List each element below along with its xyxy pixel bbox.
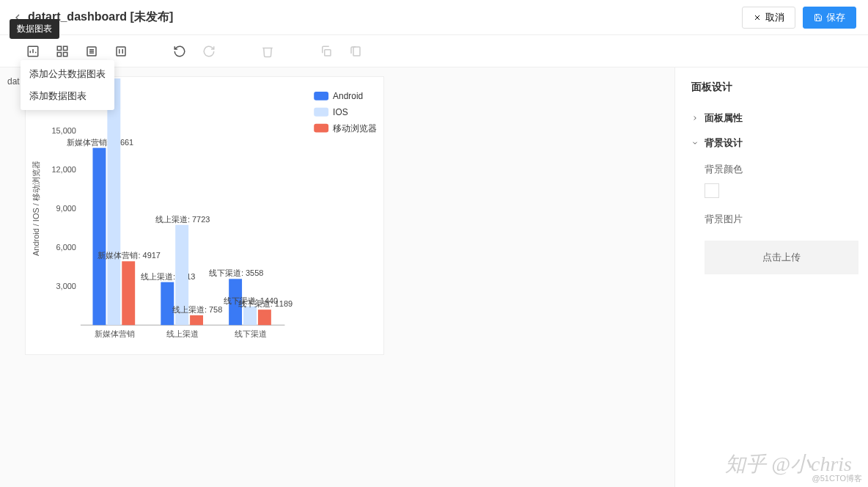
- svg-rect-26: [107, 78, 120, 325]
- trash-icon[interactable]: [261, 45, 274, 58]
- svg-rect-14: [325, 49, 331, 55]
- svg-rect-15: [353, 47, 360, 56]
- svg-text:移动浏览器: 移动浏览器: [333, 123, 377, 133]
- svg-text:新媒体营销: 4917: 新媒体营销: 4917: [98, 251, 160, 260]
- svg-rect-47: [314, 108, 328, 117]
- section-bg[interactable]: 背景设计: [691, 131, 852, 155]
- main: dat Android / IOS / 移动浏览器3,0006,0009,000…: [0, 67, 868, 487]
- chevron-down-icon: [691, 138, 699, 149]
- chevron-right-icon: [691, 113, 699, 124]
- paste-icon[interactable]: [349, 45, 362, 58]
- svg-rect-31: [161, 282, 174, 326]
- svg-text:线上渠道: 线上渠道: [166, 329, 199, 338]
- svg-rect-6: [64, 52, 67, 56]
- svg-rect-4: [64, 46, 67, 50]
- svg-text:线下渠道: 线下渠道: [235, 329, 267, 338]
- chart-icon[interactable]: [26, 45, 40, 58]
- svg-text:15,000: 15,000: [51, 126, 76, 135]
- slider-icon[interactable]: [114, 45, 128, 58]
- footer-handle: @51CTO博客: [812, 473, 862, 484]
- copy-icon[interactable]: [320, 45, 333, 58]
- tooltip-chart: 数据图表: [10, 19, 59, 39]
- bg-color-swatch[interactable]: [705, 183, 719, 198]
- svg-text:9,000: 9,000: [56, 204, 76, 213]
- svg-rect-11: [117, 47, 125, 56]
- svg-rect-42: [258, 310, 271, 325]
- bar-chart: Android / IOS / 移动浏览器3,0006,0009,00012,0…: [26, 77, 383, 354]
- save-label: 保存: [826, 11, 845, 24]
- section-attrs[interactable]: 面板属性: [691, 106, 852, 131]
- upload-button[interactable]: 点击上传: [705, 241, 858, 274]
- svg-text:线下渠道: 3558: 线下渠道: 3558: [209, 268, 263, 277]
- svg-text:线上渠道: 7723: 线上渠道: 7723: [155, 215, 210, 224]
- bg-image-label: 背景图片: [705, 213, 852, 226]
- svg-text:IOS: IOS: [333, 107, 348, 117]
- svg-rect-3: [57, 46, 61, 50]
- svg-text:Android: Android: [333, 91, 363, 101]
- svg-text:新媒体营销: 13661: 新媒体营销: 13661: [67, 138, 134, 147]
- panel-title: 面板设计: [691, 81, 852, 94]
- chart-widget[interactable]: Android / IOS / 移动浏览器3,0006,0009,00012,0…: [25, 76, 384, 355]
- cancel-button[interactable]: 取消: [742, 7, 795, 29]
- list-icon[interactable]: [85, 45, 98, 58]
- chart-dropdown: 添加公共数据图表 添加数据图表: [21, 60, 114, 110]
- undo-icon[interactable]: [173, 45, 186, 58]
- dropdown-item-add[interactable]: 添加数据图表: [21, 85, 114, 107]
- svg-text:6,000: 6,000: [56, 243, 76, 252]
- bg-color-label: 背景颜色: [705, 163, 852, 176]
- svg-text:线上渠道: 758: 线上渠道: 758: [172, 305, 222, 314]
- svg-rect-40: [243, 307, 257, 325]
- side-panel: 面板设计 面板属性 背景设计 背景颜色 背景图片 点击上传: [674, 67, 868, 487]
- canvas[interactable]: dat Android / IOS / 移动浏览器3,0006,0009,000…: [0, 67, 674, 487]
- svg-rect-24: [92, 148, 106, 326]
- svg-text:3,000: 3,000: [56, 282, 76, 290]
- cancel-label: 取消: [765, 11, 784, 24]
- section-bg-label: 背景设计: [705, 136, 743, 150]
- svg-text:12,000: 12,000: [51, 165, 76, 174]
- svg-rect-28: [122, 261, 135, 325]
- svg-text:新媒体营销: 新媒体营销: [95, 329, 135, 338]
- canvas-widget-label: dat: [7, 76, 20, 87]
- svg-text:Android / IOS / 移动浏览器: Android / IOS / 移动浏览器: [32, 161, 40, 256]
- section-attrs-label: 面板属性: [705, 111, 743, 125]
- svg-rect-35: [190, 315, 203, 325]
- header: datart_dashboard [未发布] 取消 保存: [0, 0, 868, 35]
- svg-rect-5: [57, 52, 61, 56]
- redo-icon[interactable]: [202, 45, 216, 58]
- dropdown-item-public[interactable]: 添加公共数据图表: [21, 63, 114, 85]
- grid-icon[interactable]: [56, 45, 69, 58]
- svg-rect-45: [314, 92, 328, 100]
- svg-rect-49: [314, 124, 328, 133]
- save-button[interactable]: 保存: [803, 7, 856, 29]
- toolbar: [0, 35, 868, 67]
- svg-text:线下渠道: 1189: 线下渠道: 1189: [238, 299, 293, 308]
